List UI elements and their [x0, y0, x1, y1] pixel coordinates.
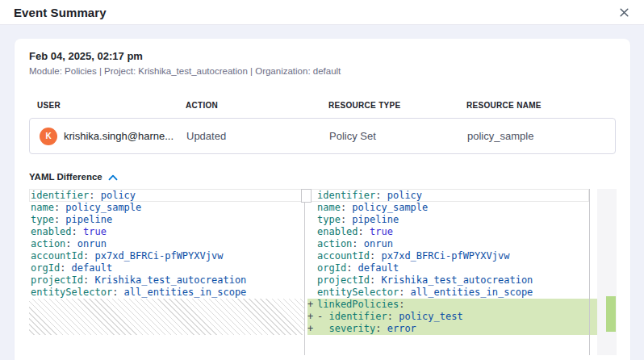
audit-table-header: USER ACTION RESOURCE TYPE RESOURCE NAME	[29, 101, 616, 110]
code-line: type: pipeline	[29, 214, 304, 226]
added-change-marker	[606, 296, 616, 332]
diff-line-marker	[307, 250, 317, 262]
code-line: identifier: policy	[307, 190, 597, 202]
code-line: entitySelector: all_entities_in_scope	[29, 287, 304, 299]
right-pane-edge	[589, 189, 590, 355]
diff-line-marker	[307, 274, 317, 287]
avatar: K	[40, 128, 57, 145]
diff-line-marker	[307, 262, 317, 274]
code-line: accountId: px7xd_BFRCi-pfWPYXVjvw	[29, 250, 304, 262]
diff-left-pane[interactable]: identifier: policyname: policy_sampletyp…	[29, 189, 304, 355]
code-line: name: policy_sample	[29, 202, 304, 214]
audit-table-row: K krishika.singh@harne... Updated Policy…	[29, 118, 616, 154]
event-card: Feb 04, 2025, 02:17 pm Module: Policies …	[15, 39, 630, 360]
page-title: Event Summary	[14, 6, 107, 19]
modal-header: Event Summary	[0, 0, 644, 25]
code-line: orgId: default	[29, 262, 304, 274]
diff-line-marker	[307, 202, 317, 214]
close-icon[interactable]	[617, 6, 630, 19]
diff-line-marker	[307, 287, 317, 299]
column-header-resource-type: RESOURCE TYPE	[328, 101, 466, 110]
code-line: enabled: true	[307, 226, 597, 238]
code-line: entitySelector: all_entities_in_scope	[307, 287, 597, 299]
column-header-resource-name: RESOURCE NAME	[466, 101, 616, 110]
column-header-action: ACTION	[186, 101, 328, 110]
user-email: krishika.singh@harne...	[64, 130, 174, 142]
left-pane-scrollbar[interactable]	[301, 189, 312, 203]
diff-line-marker	[307, 226, 317, 238]
diff-line-marker: +	[307, 311, 317, 323]
chevron-up-icon[interactable]	[108, 174, 118, 181]
diff-line-marker	[307, 238, 317, 250]
code-line: name: policy_sample	[307, 202, 597, 214]
code-line: projectId: Krishika_test_autocreation	[29, 274, 304, 287]
yaml-difference-section-header: YAML Difference	[29, 172, 616, 182]
diff-added-line: +- identifier: policy_test	[307, 311, 597, 323]
code-line: action: onrun	[29, 238, 304, 250]
diff-line-marker: +	[307, 299, 317, 311]
code-line: action: onrun	[307, 238, 597, 250]
code-line: orgId: default	[307, 262, 597, 274]
code-line: identifier: policy	[29, 190, 304, 202]
diff-pane-divider	[304, 189, 305, 355]
diff-empty-placeholder	[29, 299, 304, 335]
code-line: projectId: Krishika_test_autocreation	[307, 274, 597, 287]
diff-right-pane[interactable]: identifier: policyname: policy_sampletyp…	[307, 189, 597, 355]
code-line: accountId: px7xd_BFRCi-pfWPYXVjvw	[307, 250, 597, 262]
event-context: Module: Policies | Project: Krishika_tes…	[29, 66, 616, 76]
overview-ruler[interactable]	[597, 189, 617, 355]
resource-name-value: policy_sample	[467, 130, 615, 142]
event-summary-modal: Event Summary Feb 04, 2025, 02:17 pm Mod…	[0, 0, 644, 360]
resource-type-value: Policy Set	[329, 130, 467, 142]
diff-added-line: +linkedPolicies:	[307, 299, 597, 311]
user-cell: K krishika.singh@harne...	[30, 128, 186, 145]
event-timestamp: Feb 04, 2025, 02:17 pm	[29, 50, 616, 62]
column-header-user: USER	[29, 101, 186, 110]
yaml-diff-editor: identifier: policyname: policy_sampletyp…	[29, 189, 616, 355]
action-value: Updated	[186, 130, 329, 142]
yaml-difference-label: YAML Difference	[29, 172, 102, 182]
diff-added-line: + severity: error	[307, 323, 597, 335]
code-line: enabled: true	[29, 226, 304, 238]
diff-line-marker	[307, 214, 317, 226]
diff-line-marker: +	[307, 323, 317, 335]
code-line: type: pipeline	[307, 214, 597, 226]
